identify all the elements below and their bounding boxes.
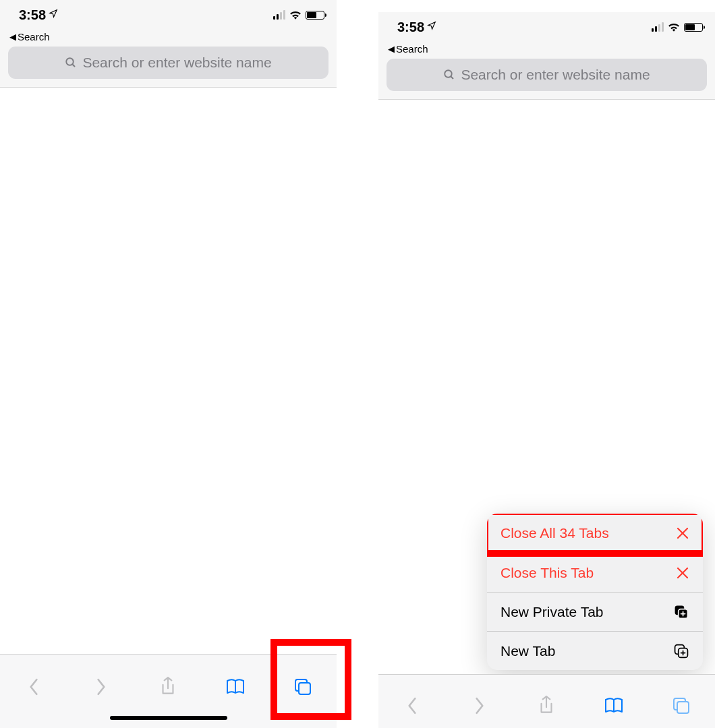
menu-close-this-label: Close This Tab: [500, 565, 594, 581]
status-bar: 3:58: [378, 12, 715, 42]
menu-close-all-label: Close All 34 Tabs: [500, 525, 609, 541]
bookmarks-button[interactable]: [218, 669, 253, 704]
tabs-context-menu: Close All 34 Tabs Close This Tab New Pri…: [487, 514, 703, 670]
back-to-search[interactable]: ◀ Search: [378, 42, 715, 59]
forward-button[interactable]: [84, 669, 119, 704]
battery-icon: [684, 23, 703, 32]
menu-new-tab-label: New Tab: [500, 643, 555, 659]
bottom-toolbar: [0, 654, 337, 728]
status-time-text: 3:58: [397, 20, 424, 35]
back-button[interactable]: [16, 669, 51, 704]
home-indicator: [110, 716, 227, 720]
share-icon: [538, 695, 555, 717]
back-chevron-icon: ◀: [9, 32, 16, 42]
address-placeholder: Search or enter website name: [461, 67, 650, 83]
address-bar-wrap: Search or enter website name: [378, 59, 715, 100]
phone-right: 3:58 ◀ Search Search or enter website na…: [378, 12, 715, 728]
tabs-icon: [671, 696, 691, 716]
tabs-button[interactable]: [664, 688, 699, 723]
address-bar[interactable]: Search or enter website name: [8, 47, 328, 79]
svg-rect-3: [299, 683, 310, 694]
menu-close-this-tab[interactable]: Close This Tab: [487, 553, 703, 592]
svg-point-0: [67, 58, 74, 65]
signal-icon: [273, 10, 285, 20]
search-icon: [443, 69, 455, 81]
new-private-tab-icon: [673, 604, 689, 620]
chevron-left-icon: [27, 677, 40, 697]
svg-line-5: [451, 76, 454, 79]
phone-left: 3:58 ◀ Search Search or enter website na…: [0, 0, 337, 728]
bottom-toolbar: [378, 674, 715, 728]
svg-line-1: [73, 64, 76, 67]
svg-point-4: [445, 70, 453, 78]
status-time: 3:58: [19, 7, 58, 23]
menu-new-tab[interactable]: New Tab: [487, 631, 703, 670]
wifi-icon: [289, 10, 302, 20]
address-placeholder: Search or enter website name: [82, 55, 271, 71]
svg-rect-19: [677, 702, 689, 713]
status-right: [273, 10, 324, 20]
tabs-icon: [293, 677, 313, 697]
status-right: [652, 22, 703, 32]
close-icon: [676, 526, 689, 540]
location-icon: [427, 21, 436, 33]
share-button[interactable]: [529, 688, 564, 723]
chevron-right-icon: [94, 677, 108, 697]
status-time: 3:58: [397, 20, 436, 35]
bookmarks-button[interactable]: [596, 688, 631, 723]
signal-icon: [652, 22, 664, 32]
forward-button[interactable]: [462, 688, 497, 723]
back-button[interactable]: [395, 688, 430, 723]
menu-new-private-tab[interactable]: New Private Tab: [487, 592, 703, 631]
back-label: Search: [18, 31, 50, 42]
address-bar-wrap: Search or enter website name: [0, 47, 337, 88]
close-icon: [676, 566, 689, 580]
location-icon: [49, 9, 58, 21]
wifi-icon: [668, 22, 680, 32]
back-chevron-icon: ◀: [388, 44, 395, 54]
back-to-search[interactable]: ◀ Search: [0, 30, 337, 47]
status-time-text: 3:58: [19, 7, 46, 23]
address-bar[interactable]: Search or enter website name: [387, 59, 707, 91]
back-label: Search: [396, 43, 428, 55]
menu-new-private-label: New Private Tab: [500, 604, 604, 620]
share-button[interactable]: [150, 669, 185, 704]
battery-icon: [306, 11, 324, 20]
chevron-right-icon: [473, 696, 486, 716]
menu-close-all-tabs[interactable]: Close All 34 Tabs: [487, 514, 703, 553]
search-icon: [65, 57, 77, 69]
status-bar: 3:58: [0, 0, 337, 30]
book-icon: [603, 696, 625, 715]
tabs-button[interactable]: [285, 669, 320, 704]
chevron-left-icon: [405, 696, 419, 716]
new-tab-icon: [673, 643, 689, 659]
book-icon: [225, 677, 246, 696]
share-icon: [159, 676, 177, 698]
